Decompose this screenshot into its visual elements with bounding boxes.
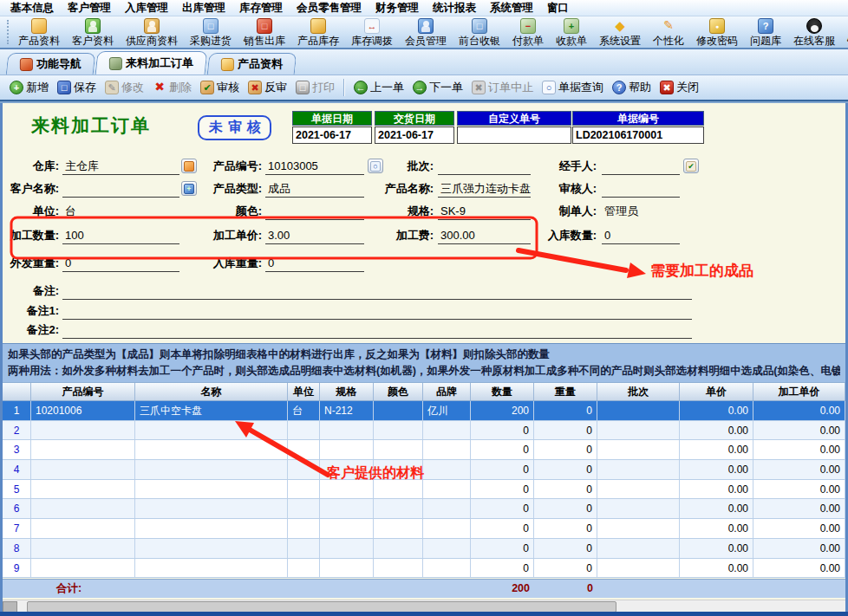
menu-item[interactable]: 库存管理 xyxy=(232,0,290,16)
table-cell[interactable] xyxy=(31,421,135,440)
table-cell[interactable]: 200 xyxy=(471,401,534,420)
toolbar-button[interactable]: 客户资料 xyxy=(66,17,120,48)
field-value[interactable]: 成品 xyxy=(265,180,364,198)
table-cell[interactable] xyxy=(374,559,423,578)
toolbar-button[interactable]: ■锁定系统 xyxy=(841,17,848,48)
menu-item[interactable]: 客户管理 xyxy=(61,0,118,16)
table-cell[interactable] xyxy=(288,440,320,459)
field-picker-button[interactable]: ✔ xyxy=(683,159,699,173)
table-cell[interactable]: 0 xyxy=(534,421,597,440)
table-cell[interactable] xyxy=(31,499,135,518)
column-header[interactable]: 产品编号 xyxy=(31,383,135,400)
action-button[interactable]: ←上一单 xyxy=(349,78,408,97)
column-header[interactable]: 颜色 xyxy=(374,383,423,400)
column-header[interactable]: 重量 xyxy=(534,383,597,400)
table-cell[interactable] xyxy=(597,421,680,440)
field-value[interactable] xyxy=(62,302,692,320)
table-cell[interactable] xyxy=(288,519,320,538)
table-cell[interactable]: 0 xyxy=(534,401,597,420)
toolbar-button[interactable]: ?问题库 xyxy=(744,17,787,48)
tab-item[interactable]: 产品资料 xyxy=(207,53,297,75)
toolbar-button[interactable]: ↔库存调拨 xyxy=(345,17,399,48)
field-value[interactable] xyxy=(602,180,680,198)
table-cell[interactable] xyxy=(597,499,680,518)
toolbar-button[interactable]: 产品资料 xyxy=(12,17,66,48)
menu-item[interactable]: 系统管理 xyxy=(483,0,540,16)
table-cell[interactable] xyxy=(288,480,320,499)
header-field-value[interactable] xyxy=(457,126,571,144)
table-cell[interactable]: 0.00 xyxy=(680,480,753,499)
table-cell[interactable] xyxy=(597,440,680,459)
field-value[interactable]: 0 xyxy=(602,227,680,244)
table-cell[interactable]: 亿川 xyxy=(423,401,471,420)
toolbar-button[interactable]: ✎个性化 xyxy=(647,17,690,48)
column-header[interactable]: 加工单价 xyxy=(753,383,845,400)
table-cell[interactable]: 三爪中空卡盘 xyxy=(135,401,288,420)
toolbar-button[interactable]: 会员管理 xyxy=(399,17,453,48)
field-value[interactable] xyxy=(62,282,692,300)
table-cell[interactable] xyxy=(597,539,680,558)
toolbar-button[interactable]: 供应商资料 xyxy=(120,17,184,48)
column-header[interactable]: 单位 xyxy=(288,383,320,400)
table-cell[interactable]: 0.00 xyxy=(753,539,845,558)
table-cell[interactable] xyxy=(31,440,135,459)
action-button[interactable]: ?帮助 xyxy=(608,78,656,97)
table-cell[interactable] xyxy=(135,480,288,499)
table-cell[interactable] xyxy=(135,519,288,538)
action-button[interactable]: ✔审核 xyxy=(196,78,244,97)
table-cell[interactable] xyxy=(597,559,680,578)
table-cell[interactable]: 0.00 xyxy=(753,421,845,440)
column-header[interactable]: 批次 xyxy=(597,383,680,400)
action-button[interactable]: +新增 xyxy=(5,78,53,97)
field-value[interactable]: 10103005 xyxy=(265,158,364,175)
tab-active[interactable]: 来料加工订单 xyxy=(95,51,208,75)
table-cell[interactable]: 0 xyxy=(534,519,597,538)
table-cell[interactable] xyxy=(320,480,374,499)
field-value[interactable]: 主仓库 xyxy=(62,158,179,175)
table-cell[interactable]: 0 xyxy=(534,440,597,459)
field-value[interactable]: 台 xyxy=(62,203,179,220)
menu-item[interactable]: 窗口 xyxy=(540,0,576,16)
table-cell[interactable] xyxy=(31,539,135,558)
column-header[interactable]: 品牌 xyxy=(423,383,471,400)
table-cell[interactable] xyxy=(135,460,288,479)
field-value[interactable]: 300.00 xyxy=(438,227,531,244)
column-header[interactable]: 规格 xyxy=(320,383,374,400)
table-cell[interactable]: 0 xyxy=(471,559,534,578)
table-cell[interactable]: 0 xyxy=(471,460,534,479)
table-cell[interactable]: 0 xyxy=(534,539,597,558)
menu-item[interactable]: 基本信息 xyxy=(3,0,61,16)
field-value[interactable]: SK-9 xyxy=(438,203,531,220)
table-cell[interactable] xyxy=(135,559,288,578)
table-cell[interactable]: 0 xyxy=(471,440,534,459)
field-value[interactable]: 0 xyxy=(265,255,364,272)
table-cell[interactable] xyxy=(135,440,288,459)
table-cell[interactable] xyxy=(31,460,135,479)
field-value[interactable]: 3.00 xyxy=(265,227,364,244)
table-cell[interactable] xyxy=(597,480,680,499)
table-cell[interactable]: 0 xyxy=(471,539,534,558)
table-cell[interactable] xyxy=(31,519,135,538)
table-cell[interactable]: 0.00 xyxy=(680,401,753,420)
table-cell[interactable]: 0 xyxy=(534,499,597,518)
table-cell[interactable]: 0 xyxy=(471,519,534,538)
toolbar-button[interactable]: 产品库存 xyxy=(291,17,345,48)
header-field-value[interactable]: 2021-06-17 xyxy=(292,126,372,144)
column-header[interactable]: 数量 xyxy=(471,383,534,400)
column-header[interactable] xyxy=(3,383,31,400)
toolbar-button[interactable]: □前台收银 xyxy=(453,17,506,48)
table-cell[interactable] xyxy=(374,499,423,518)
table-cell[interactable] xyxy=(374,401,423,420)
toolbar-button[interactable]: □销售出库 xyxy=(238,17,291,48)
table-cell[interactable] xyxy=(423,539,471,558)
action-button[interactable]: ○单据查询 xyxy=(538,78,608,97)
action-button[interactable]: □保存 xyxy=(53,78,101,97)
table-cell[interactable] xyxy=(288,460,320,479)
table-cell[interactable] xyxy=(31,559,135,578)
table-cell[interactable]: 0 xyxy=(471,480,534,499)
action-button[interactable]: →下一单 xyxy=(408,78,467,97)
toolbar-button[interactable]: −付款单 xyxy=(506,17,550,48)
table-cell[interactable]: 0.00 xyxy=(680,499,753,518)
table-cell[interactable] xyxy=(423,559,471,578)
menu-item[interactable]: 财务管理 xyxy=(369,0,426,16)
